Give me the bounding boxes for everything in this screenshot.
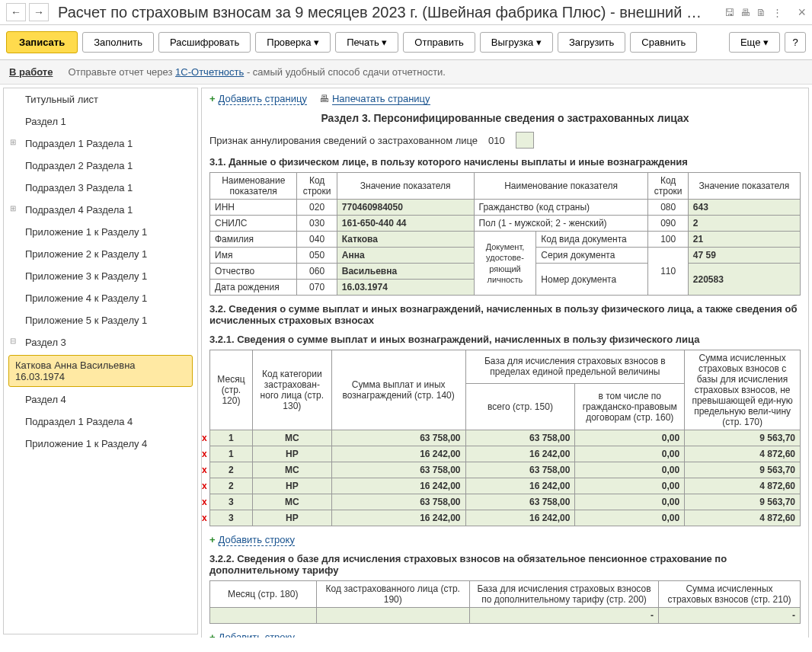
nav-app2[interactable]: Приложение 2 к Разделу 1 <box>4 243 197 265</box>
table-row: x2НР16 242,0016 242,000,004 872,60 <box>210 478 801 494</box>
nav-sub4-1[interactable]: Подраздел 1 Раздела 4 <box>4 411 197 433</box>
nav-section4[interactable]: Раздел 4 <box>4 388 197 411</box>
annul-label: Признак аннулирования сведений о застрах… <box>209 135 478 146</box>
add-row-link-322[interactable]: Добавить строку <box>219 631 295 638</box>
table-row: x1НР16 242,0016 242,000,004 872,60 <box>210 446 801 462</box>
menu-icon[interactable]: ⋮ <box>772 7 782 18</box>
table-row: x3НР16 242,0016 242,000,004 872,60 <box>210 510 801 526</box>
table-row: - - <box>210 608 801 624</box>
plus-icon: + <box>209 534 216 545</box>
send-button[interactable]: Отправить <box>403 32 475 53</box>
back-button[interactable]: ← <box>6 3 26 21</box>
preview-icon[interactable]: 🗎 <box>756 7 766 18</box>
nav-person[interactable]: Каткова Анна Васильевна 16.03.1974 <box>8 355 193 387</box>
nav-sub1-2[interactable]: Подраздел 2 Раздела 1 <box>4 155 197 177</box>
delete-row-icon[interactable]: x <box>202 497 207 507</box>
nav-sub1-3[interactable]: Подраздел 3 Раздела 1 <box>4 177 197 199</box>
delete-row-icon[interactable]: x <box>202 433 207 443</box>
delete-row-icon[interactable]: x <box>202 449 207 459</box>
table-321: Месяц (стр. 120) Код категории застрахов… <box>209 350 801 526</box>
status-link[interactable]: В работе <box>9 66 53 78</box>
nav-section3[interactable]: Раздел 3 <box>4 331 197 353</box>
printer-icon: 🖶 <box>319 93 329 104</box>
forward-button[interactable]: → <box>29 3 49 21</box>
nav-title[interactable]: Титульный лист <box>4 88 197 110</box>
sidebar: Титульный лист Раздел 1 Подраздел 1 Разд… <box>3 88 198 634</box>
table-322: Месяц (стр. 180) Код застрахованного лиц… <box>209 580 801 624</box>
save-icon[interactable]: 🖫 <box>724 7 734 18</box>
delete-row-icon[interactable]: x <box>202 481 207 491</box>
nav-app3[interactable]: Приложение 3 к Разделу 1 <box>4 265 197 287</box>
nav-app1[interactable]: Приложение 1 к Разделу 1 <box>4 221 197 243</box>
decrypt-button[interactable]: Расшифровать <box>158 32 251 53</box>
reporting-link[interactable]: 1С-Отчетность <box>175 66 244 78</box>
nav-app5[interactable]: Приложение 5 к Разделу 1 <box>4 309 197 331</box>
content-area: +Добавить страницу 🖶Напечатать страницу … <box>201 88 809 638</box>
s322-title: 3.2.2. Сведения о базе для исчисления ст… <box>209 553 801 576</box>
more-button[interactable]: Еще <box>729 32 780 53</box>
nav-sub1-4[interactable]: Подраздел 4 Раздела 1 <box>4 199 197 221</box>
help-button[interactable]: ? <box>785 32 806 53</box>
annul-checkbox[interactable] <box>516 132 534 149</box>
add-page-link[interactable]: Добавить страницу <box>219 93 307 105</box>
export-button[interactable]: Выгрузка <box>480 32 553 53</box>
check-button[interactable]: Проверка <box>255 32 331 53</box>
section3-title: Раздел 3. Персонифицированные сведения о… <box>209 112 801 124</box>
s321-title: 3.2.1. Сведения о сумме выплат и иных во… <box>209 334 801 345</box>
table-row: x1МС63 758,0063 758,000,009 563,70 <box>210 430 801 446</box>
status-hint: Отправьте отчет через 1С-Отчетность - са… <box>68 66 446 78</box>
delete-row-icon[interactable]: x <box>202 465 207 475</box>
nav-app4[interactable]: Приложение 4 к Разделу 1 <box>4 287 197 309</box>
nav-app4-1[interactable]: Приложение 1 к Разделу 4 <box>4 433 197 455</box>
close-icon[interactable]: × <box>798 5 806 21</box>
plus-icon: + <box>209 93 216 104</box>
plus-icon: + <box>209 631 216 638</box>
s32-title: 3.2. Сведения о сумме выплат и иных возн… <box>209 303 801 326</box>
compare-button[interactable]: Сравнить <box>630 32 697 53</box>
fill-button[interactable]: Заполнить <box>82 32 154 53</box>
table-31: Наименование показателя Код строки Значе… <box>209 172 801 296</box>
print-page-link[interactable]: Напечатать страницу <box>332 93 430 105</box>
s31-title: 3.1. Данные о физическом лице, в пользу … <box>209 156 801 168</box>
write-button[interactable]: Записать <box>6 31 78 53</box>
table-row: x2МС63 758,0063 758,000,009 563,70 <box>210 462 801 478</box>
add-row-link-321[interactable]: Добавить строку <box>219 534 295 546</box>
delete-row-icon[interactable]: x <box>202 513 207 523</box>
table-row: x3МС63 758,0063 758,000,009 563,70 <box>210 494 801 510</box>
nav-sub1-1[interactable]: Подраздел 1 Раздела 1 <box>4 133 197 155</box>
print-button[interactable]: Печать <box>335 32 398 53</box>
nav-section1[interactable]: Раздел 1 <box>4 110 197 133</box>
print-icon[interactable]: 🖶 <box>740 7 750 18</box>
window-title: Расчет по страховым взносам за 9 месяцев… <box>58 4 724 21</box>
load-button[interactable]: Загрузить <box>558 32 625 53</box>
annul-code: 010 <box>488 135 505 146</box>
